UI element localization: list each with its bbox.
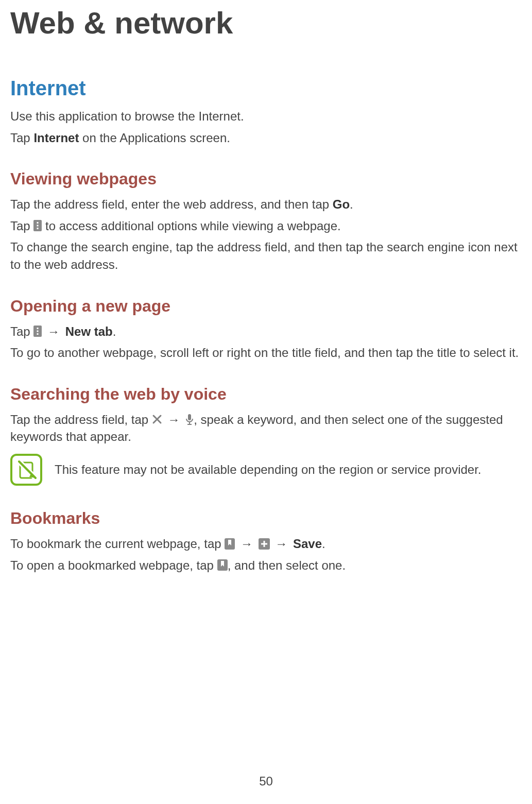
page-number: 50 <box>0 774 532 789</box>
paragraph: Tap → New tab. <box>10 323 529 340</box>
menu-icon <box>33 326 42 337</box>
text: To open a bookmarked webpage, tap <box>10 558 217 572</box>
svg-rect-6 <box>37 331 39 332</box>
svg-rect-5 <box>37 328 39 329</box>
bookmark-icon <box>225 538 235 550</box>
text: Tap <box>10 219 33 233</box>
subsection-heading-voice: Searching the web by voice <box>10 385 529 404</box>
page-title: Web & network <box>10 5 529 41</box>
svg-rect-3 <box>37 228 39 229</box>
svg-rect-1 <box>37 222 39 224</box>
bold-text: Internet <box>33 131 79 145</box>
paragraph: Use this application to browse the Inter… <box>10 108 529 125</box>
svg-rect-7 <box>37 333 39 335</box>
bookmark-icon <box>217 559 228 571</box>
text: , and then select one. <box>228 558 346 572</box>
text: . <box>113 324 116 338</box>
arrow-icon: → <box>42 324 65 338</box>
paragraph: To bookmark the current webpage, tap → →… <box>10 535 529 553</box>
svg-rect-2 <box>37 225 39 227</box>
svg-rect-10 <box>188 414 191 420</box>
text: Tap <box>10 131 33 145</box>
text: . <box>350 197 353 211</box>
paragraph: To go to another webpage, scroll left or… <box>10 344 529 362</box>
microphone-icon <box>185 414 194 425</box>
paragraph: Tap the address field, tap → , speak a k… <box>10 411 529 446</box>
paragraph: Tap the address field, enter the web add… <box>10 196 529 213</box>
note-icon <box>10 454 42 486</box>
note-callout: This feature may not be available depend… <box>10 454 529 486</box>
text: on the Applications screen. <box>79 131 230 145</box>
plus-icon <box>259 538 270 550</box>
document-page: Web & network Internet Use this applicat… <box>0 0 532 804</box>
text: Tap the address field, tap <box>10 413 152 426</box>
arrow-icon: → <box>235 537 258 551</box>
arrow-icon: → <box>270 537 293 551</box>
text: . <box>322 537 325 551</box>
text: Tap <box>10 324 33 338</box>
note-text: This feature may not be available depend… <box>55 463 482 477</box>
section-heading-internet: Internet <box>10 77 529 100</box>
subsection-heading-bookmarks: Bookmarks <box>10 509 529 528</box>
paragraph: To open a bookmarked webpage, tap , and … <box>10 557 529 574</box>
paragraph: Tap to access additional options while v… <box>10 217 529 235</box>
bold-text: Save <box>293 537 322 551</box>
subsection-heading-viewing: Viewing webpages <box>10 169 529 189</box>
bold-text: New tab <box>65 324 113 338</box>
text: Tap the address field, enter the web add… <box>10 197 333 211</box>
paragraph: To change the search engine, tap the add… <box>10 238 529 273</box>
bold-text: Go <box>333 197 350 211</box>
menu-icon <box>33 220 42 231</box>
text: to access additional options while viewi… <box>42 219 340 233</box>
subsection-heading-opening: Opening a new page <box>10 297 529 316</box>
paragraph: Tap Internet on the Applications screen. <box>10 129 529 147</box>
arrow-icon: → <box>162 413 185 426</box>
text: To bookmark the current webpage, tap <box>10 537 225 551</box>
close-x-icon <box>152 414 162 424</box>
